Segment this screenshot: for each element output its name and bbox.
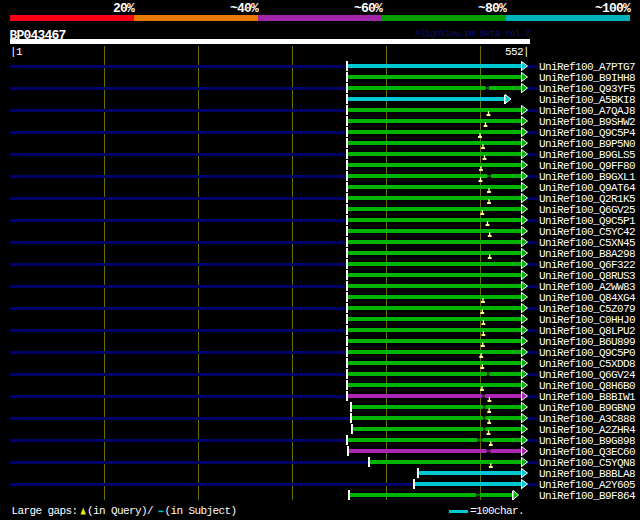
svg-text:~100%: ~100% [595, 1, 631, 16]
svg-text:~60%: ~60% [354, 1, 383, 16]
svg-text:=100char.: =100char. [470, 505, 524, 517]
svg-text:AlignView.pm Beta rel.7: AlignView.pm Beta rel.7 [415, 29, 530, 39]
svg-text:~40%: ~40% [230, 1, 259, 16]
svg-text:20%: 20% [113, 1, 135, 16]
svg-text:552|: 552| [505, 46, 529, 58]
svg-text:~80%: ~80% [478, 1, 507, 16]
svg-text:|1: |1 [10, 46, 23, 58]
svg-text:UniRef100_B9F864: UniRef100_B9F864 [539, 490, 636, 502]
svg-text:(in Query)/: (in Query)/ [87, 505, 153, 517]
svg-text:(in Subject): (in Subject) [165, 505, 237, 517]
svg-text:Large gaps:: Large gaps: [12, 505, 78, 517]
